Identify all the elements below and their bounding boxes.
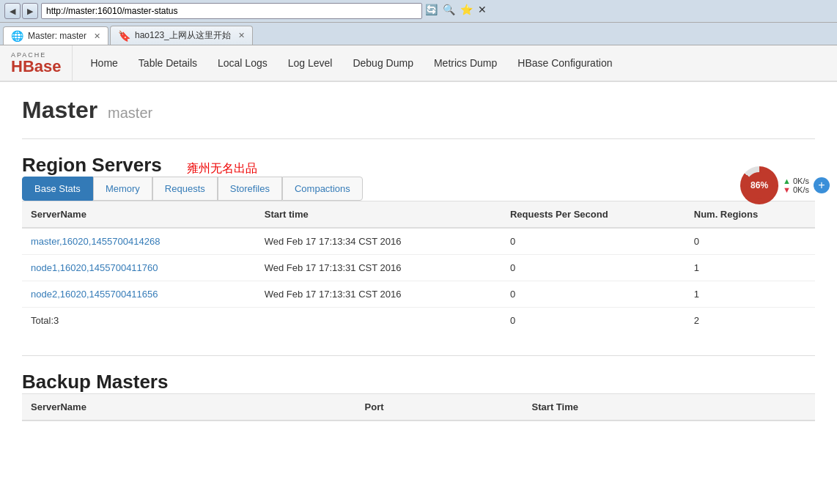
region-server-tabs: Base Stats Memory Requests Storefiles Co…: [22, 177, 815, 201]
bookmark-icon[interactable]: ⭐: [460, 4, 475, 18]
tab-favicon-hao123: 🔖: [118, 30, 130, 42]
table-row: master,16020,1455700414268 Wed Feb 17 17…: [22, 228, 815, 255]
page-title: Master: [22, 97, 97, 123]
main-content: Master master 86% ▲ 0K/s ▼ 0K/s +: [0, 82, 837, 458]
arrow-down-icon: ▼: [783, 185, 791, 194]
tab-memory[interactable]: Memory: [93, 177, 152, 201]
totals-row: Total:3 0 2: [22, 308, 815, 334]
progress-percent: 86%: [746, 172, 773, 199]
backup-masters-table-head: ServerName Port Start Time: [22, 394, 815, 421]
region-servers-table: ServerName Start time Requests Per Secon…: [22, 201, 815, 333]
region-servers-title: Region Servers: [22, 154, 162, 176]
region-servers-table-body: master,16020,1455700414268 Wed Feb 17 17…: [22, 228, 815, 333]
tab-hao123[interactable]: 🔖 hao123_上网从这里开始 ✕: [110, 26, 253, 45]
progress-circle: 86%: [740, 166, 778, 204]
backup-col-port: Port: [356, 394, 523, 421]
col-start-time: Start time: [256, 201, 501, 229]
server-name-cell: node1,16020,1455700411760: [22, 255, 256, 281]
add-button[interactable]: +: [814, 177, 830, 193]
backup-col-start-time: Start Time: [523, 394, 815, 421]
progress-widget: 86% ▲ 0K/s ▼ 0K/s +: [740, 166, 830, 204]
region-servers-section: Region Servers 雍州无名出品 Base Stats Memory …: [22, 154, 815, 333]
nav-links: Home Table Details Local Logs Log Level …: [80, 48, 622, 78]
nav-home[interactable]: Home: [80, 48, 128, 78]
totals-rps: 0: [501, 308, 685, 334]
arrow-up-icon: ▲: [783, 177, 791, 185]
nav-metrics-dump[interactable]: Metrics Dump: [424, 48, 507, 78]
num-regions-cell: 0: [685, 228, 815, 255]
rps-cell: 0: [501, 228, 685, 255]
table-header-row: ServerName Start time Requests Per Secon…: [22, 201, 815, 229]
tab-requests[interactable]: Requests: [152, 177, 218, 201]
region-servers-table-head: ServerName Start time Requests Per Secon…: [22, 201, 815, 229]
search-icon[interactable]: 🔍: [443, 4, 457, 18]
col-num-regions: Num. Regions: [685, 201, 815, 229]
backup-col-server-name: ServerName: [22, 394, 356, 421]
col-server-name: ServerName: [22, 201, 256, 229]
title-divider: [22, 138, 815, 139]
table-row: node1,16020,1455700411760 Wed Feb 17 17:…: [22, 255, 815, 281]
tab-storefiles[interactable]: Storefiles: [218, 177, 282, 201]
browser-icons: 🔄 🔍 ⭐ ✕: [425, 4, 493, 18]
progress-down: ▼ 0K/s: [783, 185, 809, 194]
num-regions-cell: 1: [685, 281, 815, 308]
logo-hbase: HBase: [11, 59, 61, 75]
server-link-master[interactable]: master,16020,1455700414268: [31, 236, 160, 247]
down-speed: 0K/s: [793, 185, 809, 194]
forward-button[interactable]: ▶: [22, 3, 38, 19]
nav-debug-dump[interactable]: Debug Dump: [342, 48, 424, 78]
num-regions-cell: 1: [685, 255, 815, 281]
tab-base-stats[interactable]: Base Stats: [22, 177, 93, 201]
start-time-cell: Wed Feb 17 17:13:31 CST 2016: [256, 281, 501, 308]
close-icon[interactable]: ✕: [478, 4, 493, 18]
server-link-node2[interactable]: node2,16020,1455700411656: [31, 289, 158, 300]
tab-bar: 🌐 Master: master ✕ 🔖 hao123_上网从这里开始 ✕: [0, 23, 837, 45]
page-subtitle: master: [108, 105, 152, 121]
logo: APACHE HBase: [11, 51, 61, 75]
progress-stats: ▲ 0K/s ▼ 0K/s: [783, 177, 809, 194]
tab-master[interactable]: 🌐 Master: master ✕: [3, 26, 108, 45]
server-name-cell: node2,16020,1455700411656: [22, 281, 256, 308]
tab-close-master[interactable]: ✕: [94, 32, 100, 41]
backup-masters-title: Backup Masters: [22, 371, 168, 393]
refresh-icon[interactable]: 🔄: [425, 4, 440, 18]
nav-buttons: ◀ ▶: [4, 3, 38, 19]
browser-toolbar: ◀ ▶ 🔄 🔍 ⭐ ✕: [0, 0, 837, 23]
backup-masters-table: ServerName Port Start Time: [22, 393, 815, 421]
table-row: node2,16020,1455700411656 Wed Feb 17 17:…: [22, 281, 815, 308]
back-button[interactable]: ◀: [4, 3, 21, 19]
nav-table-details[interactable]: Table Details: [128, 48, 207, 78]
section-divider: [22, 355, 815, 356]
logo-area: APACHE HBase: [7, 45, 73, 81]
backup-masters-section: Backup Masters ServerName Port Start Tim…: [22, 371, 815, 421]
col-rps: Requests Per Second: [501, 201, 685, 229]
nav-hbase-configuration[interactable]: HBase Configuration: [507, 48, 622, 78]
tab-favicon-master: 🌐: [11, 30, 23, 42]
tab-label-master: Master: master: [28, 31, 86, 41]
rps-cell: 0: [501, 281, 685, 308]
totals-label: Total:3: [22, 308, 256, 334]
up-speed: 0K/s: [793, 177, 809, 185]
start-time-cell: Wed Feb 17 17:13:34 CST 2016: [256, 228, 501, 255]
totals-empty: [256, 308, 501, 334]
page-title-area: Master master: [22, 97, 815, 124]
rps-cell: 0: [501, 255, 685, 281]
start-time-cell: Wed Feb 17 17:13:31 CST 2016: [256, 255, 501, 281]
watermark-text: 雍州无名出品: [187, 161, 257, 177]
totals-num-regions: 2: [685, 308, 815, 334]
tab-compactions[interactable]: Compactions: [282, 177, 363, 201]
region-servers-header: Region Servers 雍州无名出品: [22, 154, 815, 177]
nav-log-level[interactable]: Log Level: [278, 48, 343, 78]
address-bar[interactable]: [41, 3, 422, 19]
nav-local-logs[interactable]: Local Logs: [207, 48, 278, 78]
backup-table-header-row: ServerName Port Start Time: [22, 394, 815, 421]
app-navbar: APACHE HBase Home Table Details Local Lo…: [0, 45, 837, 82]
tab-close-hao123[interactable]: ✕: [238, 31, 245, 40]
tab-label-hao123: hao123_上网从这里开始: [135, 29, 231, 42]
server-name-cell: master,16020,1455700414268: [22, 228, 256, 255]
progress-up: ▲ 0K/s: [783, 177, 809, 185]
server-link-node1[interactable]: node1,16020,1455700411760: [31, 262, 158, 273]
